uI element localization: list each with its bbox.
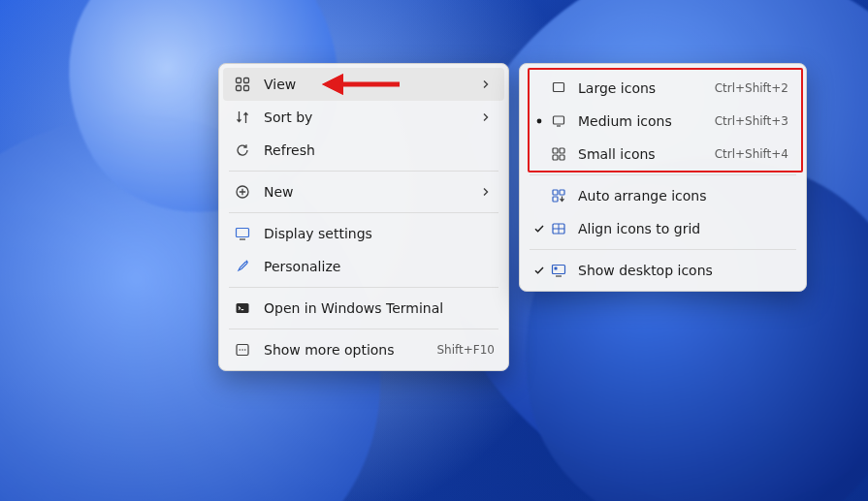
align-grid-icon bbox=[549, 219, 568, 238]
auto-arrange-icon bbox=[549, 186, 568, 205]
radio-unselected bbox=[530, 144, 549, 164]
menu-item-label: Display settings bbox=[264, 226, 495, 241]
submenu-item-align-grid[interactable]: Align icons to grid bbox=[524, 212, 802, 245]
submenu-item-shortcut: Ctrl+Shift+4 bbox=[715, 147, 788, 161]
svg-point-8 bbox=[240, 349, 241, 351]
menu-separator bbox=[229, 287, 498, 288]
svg-rect-23 bbox=[555, 267, 558, 270]
submenu-item-label: Auto arrange icons bbox=[578, 188, 788, 204]
menu-item-show-more-options[interactable]: Show more options Shift+F10 bbox=[223, 333, 504, 366]
chevron-right-icon bbox=[481, 187, 495, 197]
submenu-item-large-icons[interactable]: Large icons Ctrl+Shift+2 bbox=[524, 72, 802, 105]
svg-rect-11 bbox=[554, 83, 564, 92]
small-icons-icon bbox=[549, 144, 568, 164]
submenu-item-label: Small icons bbox=[578, 146, 715, 162]
menu-separator bbox=[229, 329, 498, 329]
svg-rect-0 bbox=[237, 78, 241, 83]
svg-point-10 bbox=[244, 349, 246, 351]
submenu-item-show-desktop-icons[interactable]: Show desktop icons bbox=[524, 254, 802, 287]
svg-rect-15 bbox=[560, 148, 564, 153]
svg-rect-6 bbox=[237, 303, 249, 313]
terminal-icon bbox=[233, 298, 252, 318]
more-options-icon bbox=[233, 340, 252, 360]
submenu-item-label: Medium icons bbox=[578, 113, 715, 129]
menu-item-label: Personalize bbox=[264, 259, 495, 274]
svg-rect-14 bbox=[553, 148, 558, 153]
menu-item-label: Open in Windows Terminal bbox=[264, 300, 495, 316]
svg-rect-18 bbox=[553, 190, 558, 195]
svg-point-12 bbox=[537, 119, 542, 124]
menu-separator bbox=[229, 212, 498, 213]
chevron-right-icon bbox=[481, 112, 495, 122]
menu-item-label: View bbox=[264, 77, 481, 92]
submenu-item-small-icons[interactable]: Small icons Ctrl+Shift+4 bbox=[524, 138, 802, 171]
submenu-item-label: Show desktop icons bbox=[578, 263, 788, 278]
menu-item-label: Show more options bbox=[264, 342, 429, 358]
svg-rect-17 bbox=[560, 155, 564, 160]
menu-item-sort-by[interactable]: Sort by bbox=[223, 101, 504, 134]
brush-icon bbox=[233, 257, 252, 276]
grid-icon bbox=[233, 75, 252, 94]
menu-item-display-settings[interactable]: Display settings bbox=[223, 217, 504, 250]
menu-item-label: Sort by bbox=[264, 110, 481, 125]
submenu-item-shortcut: Ctrl+Shift+2 bbox=[715, 81, 788, 95]
svg-rect-3 bbox=[244, 86, 249, 91]
svg-rect-13 bbox=[554, 116, 564, 124]
submenu-item-shortcut: Ctrl+Shift+3 bbox=[715, 114, 788, 128]
plus-circle-icon bbox=[233, 182, 252, 202]
menu-item-refresh[interactable]: Refresh bbox=[223, 134, 504, 167]
display-settings-icon bbox=[233, 224, 252, 243]
svg-rect-16 bbox=[553, 155, 558, 160]
submenu-item-medium-icons[interactable]: Medium icons Ctrl+Shift+3 bbox=[524, 105, 802, 138]
menu-item-new[interactable]: New bbox=[223, 175, 504, 208]
desktop-icon bbox=[549, 261, 568, 280]
desktop-context-menu: View Sort by Refresh bbox=[218, 63, 509, 371]
menu-item-shortcut: Shift+F10 bbox=[436, 343, 495, 357]
menu-item-view[interactable]: View bbox=[223, 68, 504, 101]
radio-selected-icon bbox=[530, 111, 549, 131]
menu-separator bbox=[229, 171, 498, 172]
menu-item-label: New bbox=[264, 184, 481, 200]
svg-rect-5 bbox=[237, 229, 249, 237]
svg-rect-2 bbox=[237, 86, 241, 91]
large-icons-icon bbox=[549, 78, 568, 98]
submenu-item-label: Align icons to grid bbox=[578, 221, 788, 236]
check-unchecked bbox=[530, 186, 549, 205]
menu-separator bbox=[530, 174, 796, 175]
svg-rect-19 bbox=[560, 190, 564, 195]
view-submenu: Large icons Ctrl+Shift+2 Medium icons Ct… bbox=[519, 63, 807, 292]
submenu-item-auto-arrange[interactable]: Auto arrange icons bbox=[524, 179, 802, 212]
submenu-item-label: Large icons bbox=[578, 80, 715, 96]
sort-icon bbox=[233, 108, 252, 127]
check-checked-icon bbox=[530, 219, 549, 238]
refresh-icon bbox=[233, 141, 252, 160]
menu-item-personalize[interactable]: Personalize bbox=[223, 250, 504, 283]
menu-item-label: Refresh bbox=[264, 142, 495, 158]
menu-separator bbox=[530, 249, 796, 250]
svg-rect-22 bbox=[553, 266, 565, 274]
svg-point-9 bbox=[241, 349, 243, 351]
svg-rect-20 bbox=[553, 197, 558, 202]
check-checked-icon bbox=[530, 261, 549, 280]
menu-item-open-terminal[interactable]: Open in Windows Terminal bbox=[223, 292, 504, 325]
chevron-right-icon bbox=[481, 79, 495, 89]
radio-unselected bbox=[530, 78, 549, 98]
medium-icons-icon bbox=[549, 111, 568, 131]
svg-rect-1 bbox=[244, 78, 249, 83]
